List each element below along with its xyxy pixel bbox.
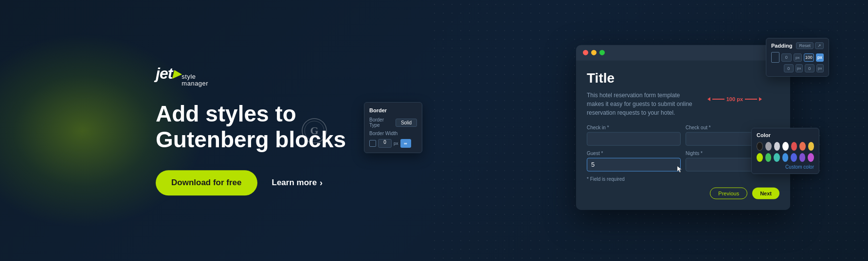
border-width-input-row: 0 px ∞ — [369, 139, 417, 148]
cta-row: Download for free Learn more › — [156, 170, 375, 195]
border-link-button[interactable]: ∞ — [400, 139, 411, 148]
logo-style-text: style — [181, 73, 208, 81]
color-swatch-blue[interactable] — [782, 153, 789, 162]
border-width-unit: px — [394, 141, 398, 146]
padding-left-value[interactable]: 0 — [805, 64, 814, 72]
color-panel: Color Custom color — [751, 128, 819, 174]
color-swatch-black[interactable] — [757, 142, 763, 151]
browser-titlebar — [576, 45, 790, 60]
border-width-label: Border Width — [369, 131, 398, 136]
padding-right-unit: px — [816, 53, 824, 62]
form-row-guest-nights: Guest * 5 Nights * — [587, 150, 779, 171]
dimension-text: 100 px — [726, 96, 743, 102]
padding-top-unit: px — [794, 53, 802, 62]
padding-bottom-row: 0 px 0 px — [784, 64, 824, 72]
page-wrapper: jet▸ style manager Add styles to Gutenbe… — [0, 0, 868, 261]
border-type-label: Border Type — [369, 117, 396, 128]
logo-text: style manager — [181, 73, 208, 88]
border-width-row: Border Width — [369, 131, 417, 136]
border-panel: Border Border Type Solid Border Width 0 … — [364, 102, 422, 153]
dimension-arrow-left — [707, 97, 710, 101]
padding-left-unit: px — [816, 64, 824, 72]
page-description: This hotel reservation form template mak… — [587, 90, 694, 117]
form-field-guest: Guest * 5 — [587, 150, 681, 171]
color-swatch-teal[interactable] — [774, 153, 780, 162]
border-panel-title: Border — [369, 107, 417, 113]
border-width-input[interactable]: 0 — [378, 139, 392, 148]
custom-color-link[interactable]: Custom color — [757, 164, 814, 170]
dimension-arrow-right — [759, 97, 762, 101]
border-type-row: Border Type Solid — [369, 117, 417, 128]
hero-title: Add styles to Gutenberg blocks — [156, 102, 375, 153]
left-content: jet▸ style manager Add styles to Gutenbe… — [156, 66, 375, 196]
checkin-input[interactable] — [587, 132, 681, 145]
color-row-1 — [757, 142, 814, 151]
color-swatch-light-gray[interactable] — [774, 142, 780, 151]
color-swatch-pink[interactable] — [808, 153, 814, 162]
padding-header: Padding Reset ↗ — [771, 42, 824, 49]
color-swatch-lime[interactable] — [757, 153, 763, 162]
padding-box-icon — [771, 52, 779, 63]
color-swatch-green[interactable] — [765, 153, 772, 162]
guest-label: Guest * — [587, 150, 681, 156]
previous-button[interactable]: Previous — [710, 187, 747, 199]
color-swatch-indigo[interactable] — [791, 153, 797, 162]
color-swatch-gray[interactable] — [765, 142, 771, 151]
padding-panel-title: Padding — [771, 43, 792, 49]
page-title: Title — [587, 70, 779, 86]
dimension-label: 100 px — [707, 96, 762, 102]
browser-minimize-dot — [591, 50, 597, 55]
gutenberg-icon: G — [302, 118, 327, 143]
next-button[interactable]: Next — [752, 187, 779, 199]
dimension-line-left — [712, 99, 724, 100]
svg-text:G: G — [310, 124, 318, 137]
border-type-value[interactable]: Solid — [396, 119, 417, 127]
required-note: * Field is required — [587, 176, 779, 181]
cursor-pointer — [676, 165, 684, 174]
color-panel-title: Color — [757, 132, 814, 138]
browser-mockup: Title This hotel reservation form templa… — [576, 45, 790, 209]
padding-bottom-value[interactable]: 0 — [784, 64, 794, 72]
padding-top-value[interactable]: 0 — [781, 53, 792, 62]
logo-jet: jet▸ — [156, 66, 180, 81]
padding-bottom-unit: px — [796, 64, 803, 72]
logo-manager-text: manager — [181, 81, 208, 88]
padding-reset-button[interactable]: Reset — [796, 42, 814, 49]
browser-close-dot — [583, 50, 588, 55]
color-swatch-purple[interactable] — [799, 153, 806, 162]
browser-maximize-dot — [599, 50, 605, 55]
form-buttons: Previous Next — [587, 187, 779, 199]
dimension-line-right — [745, 99, 757, 100]
checkin-label: Check in * — [587, 124, 681, 130]
guest-input[interactable]: 5 — [587, 157, 681, 171]
color-swatch-yellow[interactable] — [808, 142, 814, 151]
padding-link-button[interactable]: ↗ — [815, 42, 824, 49]
form-row-checkin-checkout: Check in * Check out * — [587, 124, 779, 145]
padding-right-value[interactable]: 100 — [804, 53, 814, 62]
download-button[interactable]: Download for free — [156, 170, 257, 195]
padding-top-row: 0 px 100 px — [771, 52, 824, 63]
corner-icon — [369, 140, 376, 147]
color-swatch-orange[interactable] — [799, 142, 805, 151]
color-swatch-white[interactable] — [782, 142, 788, 151]
form-field-checkin: Check in * — [587, 124, 681, 145]
padding-panel: Padding Reset ↗ 0 px 100 px 0 px 0 px — [766, 38, 829, 77]
logo-area: jet▸ style manager — [156, 66, 375, 88]
learn-more-button[interactable]: Learn more › — [272, 178, 323, 188]
arrow-icon: › — [320, 178, 323, 188]
color-row-2 — [757, 153, 814, 162]
color-swatch-red[interactable] — [791, 142, 797, 151]
